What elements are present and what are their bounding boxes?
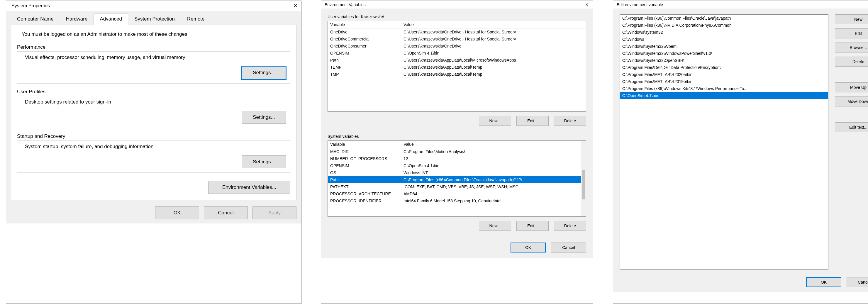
- cell-variable: OneDriveConsumer: [328, 42, 401, 50]
- cell-variable: PROCESSOR_IDENTIFIER: [328, 197, 401, 205]
- list-row[interactable]: OneDriveC:\Users\kraszewskia\OneDrive - …: [328, 28, 586, 35]
- new-button[interactable]: New: [835, 14, 868, 24]
- list-row[interactable]: PathC:\Users\kraszewskia\AppData\Local\M…: [328, 57, 586, 64]
- list-row[interactable]: TEMPC:\Users\kraszewskia\AppData\Local\T…: [328, 64, 586, 71]
- list-row[interactable]: OSWindows_NT: [328, 169, 586, 176]
- user-profiles-settings-button[interactable]: Settings...: [242, 111, 286, 124]
- list-row[interactable]: OPENSIMC:\OpenSim 4.1\bin: [328, 50, 586, 57]
- cell-value: Intel64 Family 6 Model 158 Stepping 10, …: [401, 197, 586, 205]
- tab-advanced[interactable]: Advanced: [94, 13, 128, 25]
- browse-button[interactable]: Browse...: [835, 42, 868, 53]
- startup-settings-button[interactable]: Settings...: [242, 155, 286, 168]
- advanced-panel: You must be logged on as an Administrato…: [11, 25, 297, 200]
- performance-section: Visual effects, processor scheduling, me…: [17, 51, 290, 84]
- ok-button[interactable]: OK: [155, 207, 199, 219]
- cancel-button[interactable]: Cancel: [846, 277, 868, 287]
- window-title: Edit environment variable: [617, 2, 663, 7]
- path-item[interactable]: C:\OpenSim 4.1\bin: [620, 92, 828, 99]
- path-item[interactable]: C:\Windows\System32\OpenSSH\: [620, 57, 828, 64]
- edit-text-button[interactable]: Edit text...: [835, 122, 868, 132]
- title-bar[interactable]: Environment Variables ✕: [321, 1, 593, 8]
- scrollbar[interactable]: [581, 141, 586, 216]
- tab-strip: Computer Name Hardware Advanced System P…: [11, 11, 297, 25]
- user-edit-button[interactable]: Edit...: [517, 116, 549, 126]
- delete-button[interactable]: Delete: [835, 57, 868, 67]
- system-properties-window: System Properties ✕ Computer Name Hardwa…: [6, 1, 302, 304]
- apply-button[interactable]: Apply: [252, 207, 297, 219]
- cell-variable: TEMP: [328, 64, 401, 71]
- user-new-button[interactable]: New...: [479, 116, 511, 126]
- ok-button[interactable]: OK: [806, 277, 841, 287]
- title-bar[interactable]: System Properties ✕: [6, 1, 301, 11]
- col-value[interactable]: Value: [401, 141, 586, 148]
- performance-settings-button[interactable]: Settings...: [242, 66, 286, 79]
- list-row[interactable]: NUMBER_OF_PROCESSORS12: [328, 155, 586, 162]
- user-profiles-desc: Desktop settings related to your sign-in: [25, 99, 286, 105]
- cell-variable: NUMBER_OF_PROCESSORS: [328, 155, 401, 162]
- user-vars-listbox[interactable]: Variable Value OneDriveC:\Users\kraszews…: [328, 21, 586, 112]
- move-down-button[interactable]: Move Down: [835, 96, 868, 106]
- path-item[interactable]: C:\Windows\System32\Wbem: [620, 43, 828, 50]
- list-row[interactable]: PROCESSOR_ARCHITECTUREAMD64: [328, 190, 586, 197]
- path-item[interactable]: C:\Windows: [620, 36, 828, 43]
- list-row[interactable]: MAC_DIRC:\Program Files\Motion Analysis\: [328, 148, 586, 155]
- cell-variable: TMP: [328, 71, 401, 78]
- window-title: System Properties: [11, 3, 50, 8]
- startup-desc: System startup, system failure, and debu…: [25, 144, 286, 150]
- cancel-button[interactable]: Cancel: [551, 243, 586, 252]
- list-row[interactable]: TMPC:\Users\kraszewskia\AppData\Local\Te…: [328, 71, 586, 78]
- sys-edit-button[interactable]: Edit...: [517, 221, 549, 231]
- col-variable[interactable]: Variable: [328, 21, 401, 28]
- tab-remote[interactable]: Remote: [181, 13, 211, 25]
- cell-variable: MAC_DIR: [328, 148, 401, 155]
- path-item[interactable]: C:\Program Files (x86)\NVIDIA Corporatio…: [620, 22, 828, 29]
- tab-system-protection[interactable]: System Protection: [128, 13, 181, 25]
- cell-value: 12: [401, 155, 586, 162]
- user-vars-label: User variables for KraszewskiA: [328, 14, 586, 19]
- path-item[interactable]: C:\Program Files\MATLAB\R2019b\bin: [620, 78, 828, 85]
- ok-button[interactable]: OK: [510, 243, 546, 252]
- tab-computer-name[interactable]: Computer Name: [11, 13, 60, 25]
- edit-button[interactable]: Edit: [835, 28, 868, 38]
- path-listbox[interactable]: C:\Program Files (x86)\Common Files\Orac…: [620, 14, 829, 270]
- sys-vars-listbox[interactable]: Variable Value MAC_DIRC:\Program Files\M…: [328, 141, 586, 217]
- cell-variable: OS: [328, 169, 401, 176]
- path-item[interactable]: C:\Program Files (x86)\Windows Kits\8.1\…: [620, 85, 828, 92]
- user-delete-button[interactable]: Delete: [554, 116, 586, 126]
- list-row[interactable]: PROCESSOR_IDENTIFIERIntel64 Family 6 Mod…: [328, 197, 586, 205]
- path-item[interactable]: C:\Program Files (x86)\Common Files\Orac…: [620, 15, 828, 22]
- sys-vars-label: System variables: [328, 134, 586, 139]
- close-icon[interactable]: ✕: [292, 3, 298, 9]
- path-item[interactable]: C:\Windows\System32\WindowsPowerShell\v1…: [620, 50, 828, 57]
- scrollbar-thumb[interactable]: [582, 170, 585, 200]
- cell-value: C:\Users\kraszewskia\OneDrive - Hospital…: [401, 28, 586, 35]
- title-bar[interactable]: Edit environment variable ✕: [613, 1, 868, 8]
- path-item[interactable]: C:\Program Files\Dell\Dell Data Protecti…: [620, 64, 828, 71]
- path-item[interactable]: C:\Program Files\MATLAB\R2020a\bin: [620, 71, 828, 78]
- cell-value: .COM;.EXE;.BAT;.CMD;.VBS;.VBE;.JS;.JSE;.…: [401, 183, 586, 190]
- list-row[interactable]: PathC:\Program Files (x86)\Common Files\…: [328, 176, 586, 183]
- cell-variable: OneDriveCommercial: [328, 35, 401, 42]
- list-row[interactable]: OPENSIMC:\OpenSim 4.1\bin: [328, 162, 586, 169]
- cell-variable: OPENSIM: [328, 50, 401, 57]
- tab-hardware[interactable]: Hardware: [60, 13, 94, 25]
- close-icon[interactable]: ✕: [584, 2, 590, 7]
- environment-variables-button[interactable]: Environment Variables...: [208, 181, 290, 194]
- window-title: Environment Variables: [324, 2, 366, 7]
- cancel-button[interactable]: Cancel: [204, 207, 248, 219]
- sys-delete-button[interactable]: Delete: [554, 221, 586, 231]
- list-row[interactable]: OneDriveConsumerC:\Users\kraszewskia\One…: [328, 42, 586, 50]
- col-variable[interactable]: Variable: [328, 141, 401, 148]
- sys-new-button[interactable]: New...: [479, 221, 511, 231]
- list-row[interactable]: PATHEXT.COM;.EXE;.BAT;.CMD;.VBS;.VBE;.JS…: [328, 183, 586, 190]
- cell-value: C:\Users\kraszewskia\AppData\Local\Temp: [401, 71, 586, 78]
- col-value[interactable]: Value: [401, 21, 586, 28]
- cell-variable: PROCESSOR_ARCHITECTURE: [328, 190, 401, 197]
- cell-value: C:\Users\kraszewskia\OneDrive: [401, 42, 586, 50]
- cell-variable: Path: [328, 176, 401, 183]
- startup-heading: Startup and Recovery: [17, 133, 290, 139]
- path-item[interactable]: C:\Windows\system32: [620, 29, 828, 36]
- list-row[interactable]: OneDriveCommercialC:\Users\kraszewskia\O…: [328, 35, 586, 42]
- move-up-button[interactable]: Move Up: [835, 83, 868, 92]
- list-header: Variable Value: [328, 21, 586, 28]
